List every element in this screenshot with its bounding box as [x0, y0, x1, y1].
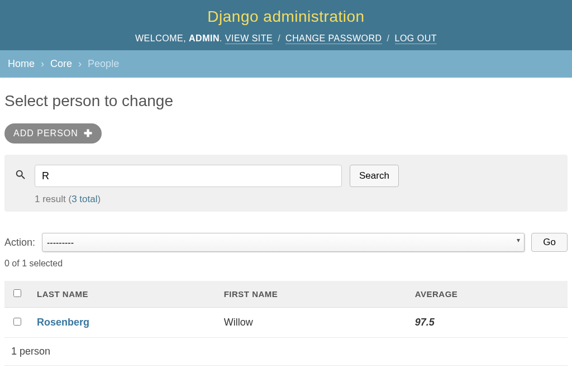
- total-link[interactable]: 3 total: [72, 194, 97, 204]
- col-last-name[interactable]: LAST NAME: [30, 281, 217, 308]
- search-input[interactable]: [35, 165, 342, 187]
- username: ADMIN: [189, 34, 220, 43]
- result-suffix: ): [97, 194, 101, 204]
- separator: /: [275, 34, 283, 43]
- cell-first-name: Willow: [217, 308, 408, 338]
- search-toolbar: Search 1 result (3 total): [4, 155, 568, 212]
- select-all-checkbox[interactable]: [13, 289, 21, 297]
- row-checkbox[interactable]: [13, 318, 21, 326]
- content: Select person to change ADD PERSON ✚ Sea…: [0, 78, 572, 366]
- action-select[interactable]: ---------: [42, 233, 525, 252]
- go-button[interactable]: Go: [531, 233, 568, 252]
- object-link[interactable]: Rosenberg: [37, 317, 89, 328]
- breadcrumb-sep: ›: [41, 58, 44, 69]
- user-tools: WELCOME, ADMIN. VIEW SITE / CHANGE PASSW…: [0, 34, 572, 44]
- breadcrumb-sep: ›: [78, 58, 82, 69]
- results-table: LAST NAME FIRST NAME AVERAGE Rosenberg W…: [4, 281, 568, 338]
- breadcrumb: Home › Core › People: [0, 50, 572, 78]
- cell-average: 97.5: [408, 308, 568, 338]
- page-title: Select person to change: [4, 92, 568, 110]
- breadcrumb-app[interactable]: Core: [50, 58, 72, 69]
- plus-icon: ✚: [84, 128, 93, 138]
- actions-bar: Action: --------- Go: [4, 233, 568, 252]
- search-summary: 1 result (3 total): [35, 194, 557, 205]
- add-person-button[interactable]: ADD PERSON ✚: [4, 123, 102, 144]
- table-row: Rosenberg Willow 97.5: [4, 308, 568, 338]
- admin-header: Django administration WELCOME, ADMIN. VI…: [0, 0, 572, 50]
- selection-counter: 0 of 1 selected: [4, 259, 568, 269]
- search-icon: [15, 169, 27, 184]
- col-first-name[interactable]: FIRST NAME: [217, 281, 408, 308]
- welcome-text: WELCOME,: [135, 34, 189, 43]
- dot: .: [220, 34, 225, 43]
- separator: /: [384, 34, 393, 43]
- select-all-header: [4, 281, 30, 308]
- breadcrumb-home[interactable]: Home: [8, 58, 35, 69]
- breadcrumb-current: People: [88, 58, 119, 69]
- search-button[interactable]: Search: [350, 165, 399, 187]
- site-title: Django administration: [0, 8, 572, 26]
- add-person-label: ADD PERSON: [13, 128, 78, 138]
- cell-last-name: Rosenberg: [30, 308, 217, 338]
- paginator: 1 person: [4, 338, 568, 366]
- logout-link[interactable]: LOG OUT: [395, 34, 437, 44]
- col-average[interactable]: AVERAGE: [408, 281, 568, 308]
- action-select-wrap: ---------: [42, 233, 525, 252]
- change-password-link[interactable]: CHANGE PASSWORD: [285, 34, 382, 44]
- result-count: 1 result (: [35, 194, 72, 204]
- action-label: Action:: [4, 237, 35, 248]
- row-checkbox-cell: [4, 308, 30, 338]
- table-header-row: LAST NAME FIRST NAME AVERAGE: [4, 281, 568, 308]
- view-site-link[interactable]: VIEW SITE: [225, 34, 273, 44]
